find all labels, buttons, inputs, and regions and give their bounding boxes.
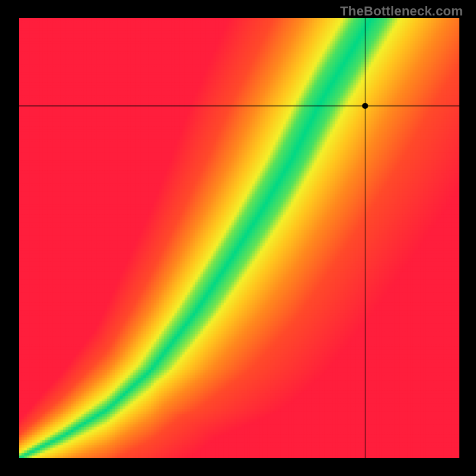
- bottleneck-heatmap: [19, 18, 459, 458]
- chart-container: TheBottleneck.com: [0, 0, 476, 476]
- watermark-label: TheBottleneck.com: [340, 4, 463, 19]
